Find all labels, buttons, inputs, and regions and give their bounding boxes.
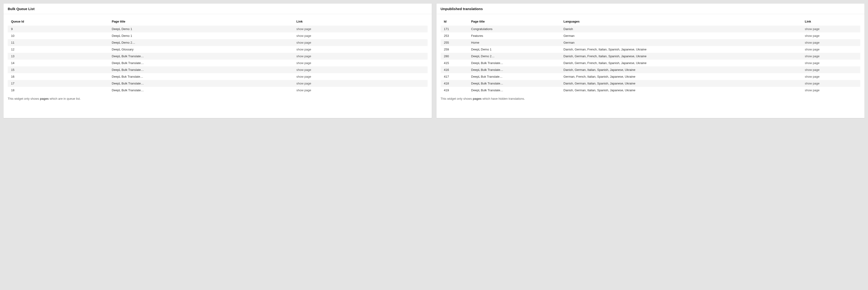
table-row: 171CongratulationsDanishshow page — [441, 26, 861, 32]
show-page-link[interactable]: show page — [805, 41, 819, 45]
bulk-queue-widget: Bulk Queue List Queue Id Page title Link… — [3, 3, 432, 118]
cell-page-title: Home — [468, 39, 560, 46]
footer-text: which are in queue list. — [49, 97, 81, 100]
cell-languages: Danish, German, French, Italian, Spanish… — [560, 53, 802, 60]
cell-queue-id: 13 — [8, 53, 108, 60]
cell-queue-id: 11 — [8, 39, 108, 46]
show-page-link[interactable]: show page — [297, 88, 311, 92]
cell-page-title: DeepL Demo 2… — [468, 53, 560, 60]
cell-id: 255 — [441, 39, 468, 46]
cell-languages: German — [560, 39, 802, 46]
col-header-link: Link — [801, 17, 860, 26]
show-page-link[interactable]: show page — [297, 27, 311, 31]
cell-queue-id: 16 — [8, 73, 108, 80]
cell-queue-id: 12 — [8, 46, 108, 53]
footer-bold: pages — [473, 97, 482, 100]
bulk-queue-body: Queue Id Page title Link 9DeepL Demo 1sh… — [3, 14, 432, 118]
cell-page-title: DeepL Bulk Translate… — [108, 66, 293, 73]
show-page-link[interactable]: show page — [297, 68, 311, 71]
cell-id: 417 — [441, 73, 468, 80]
show-page-link[interactable]: show page — [805, 75, 819, 78]
show-page-link[interactable]: show page — [805, 54, 819, 58]
cell-id: 253 — [441, 32, 468, 39]
bulk-queue-table: Queue Id Page title Link 9DeepL Demo 1sh… — [8, 17, 428, 94]
show-page-link[interactable]: show page — [805, 48, 819, 51]
show-page-link[interactable]: show page — [297, 54, 311, 58]
cell-page-title: DeepL Demo 1 — [108, 32, 293, 39]
show-page-link[interactable]: show page — [297, 41, 311, 45]
footer-bold: pages — [40, 97, 49, 100]
unpublished-title: Unpublished translations — [436, 3, 865, 14]
show-page-link[interactable]: show page — [805, 68, 819, 71]
cell-queue-id: 10 — [8, 32, 108, 39]
cell-page-title: DeepL Bulk Translate… — [468, 80, 560, 87]
cell-page-title: DeepL Bulk Translate… — [108, 60, 293, 66]
col-header-page-title: Page title — [108, 17, 293, 26]
table-row: 416DeepL Bulk Translate…Danish, German, … — [441, 66, 861, 73]
table-row: 280DeepL Demo 2…Danish, German, French, … — [441, 53, 861, 60]
col-header-languages: Languages — [560, 17, 802, 26]
cell-id: 416 — [441, 66, 468, 73]
show-page-link[interactable]: show page — [805, 88, 819, 92]
cell-languages: Danish, German, Italian, Spanish, Japane… — [560, 87, 802, 94]
unpublished-footer: This widget only shows pages which have … — [441, 97, 861, 100]
table-row: 417DeepL Buk Translate…German, French, I… — [441, 73, 861, 80]
cell-page-title: DeepL Bulk Translate… — [468, 60, 560, 66]
unpublished-table: Id Page title Languages Link 171Congratu… — [441, 17, 861, 94]
cell-languages: German — [560, 32, 802, 39]
bulk-queue-footer: This widget only shows pages which are i… — [8, 97, 428, 100]
cell-page-title: DeepL Buk Translate… — [108, 73, 293, 80]
table-row: 16DeepL Buk Translate…show page — [8, 73, 428, 80]
cell-id: 171 — [441, 26, 468, 32]
show-page-link[interactable]: show page — [805, 34, 819, 37]
table-row: 13DeepL Bulk Translate…show page — [8, 53, 428, 60]
table-row: 10DeepL Demo 1show page — [8, 32, 428, 39]
cell-queue-id: 15 — [8, 66, 108, 73]
show-page-link[interactable]: show page — [297, 61, 311, 65]
table-row: 253FeaturesGermanshow page — [441, 32, 861, 39]
cell-id: 419 — [441, 87, 468, 94]
unpublished-widget: Unpublished translations Id Page title L… — [436, 3, 865, 118]
cell-queue-id: 17 — [8, 80, 108, 87]
cell-page-title: DeepL Bulk Translate… — [108, 80, 293, 87]
cell-page-title: DeepL Bulk Translate… — [468, 66, 560, 73]
cell-queue-id: 14 — [8, 60, 108, 66]
show-page-link[interactable]: show page — [805, 82, 819, 85]
table-row: 12DeepL Glossaryshow page — [8, 46, 428, 53]
table-row: 419DeepL Bulk Translate…Danish, German, … — [441, 87, 861, 94]
show-page-link[interactable]: show page — [805, 61, 819, 65]
show-page-link[interactable]: show page — [805, 27, 819, 31]
footer-text: This widget only shows — [8, 97, 40, 100]
table-row: 18DeepL Bulk Translate…show page — [8, 87, 428, 94]
show-page-link[interactable]: show page — [297, 82, 311, 85]
cell-languages: German, French, Italian, Spanish, Japane… — [560, 73, 802, 80]
show-page-link[interactable]: show page — [297, 34, 311, 37]
cell-page-title: DeepL Bulk Translate… — [108, 87, 293, 94]
table-row: 255HomeGermanshow page — [441, 39, 861, 46]
cell-page-title: DeepL Glossary — [108, 46, 293, 53]
unpublished-body: Id Page title Languages Link 171Congratu… — [436, 14, 865, 118]
cell-page-title: Features — [468, 32, 560, 39]
cell-languages: Danish, German, French, Italian, Spanish… — [560, 60, 802, 66]
cell-page-title: DeepL Bulk Translate… — [468, 87, 560, 94]
table-row: 14DeepL Bulk Translate…show page — [8, 60, 428, 66]
cell-languages: Danish, German, Italian, Spanish, Japane… — [560, 66, 802, 73]
table-row: 259DeepL Demo 1Danish, German, French, I… — [441, 46, 861, 53]
footer-text: which have hidden translations. — [482, 97, 525, 100]
table-row: 415DeepL Bulk Translate…Danish, German, … — [441, 60, 861, 66]
cell-id: 280 — [441, 53, 468, 60]
cell-id: 415 — [441, 60, 468, 66]
show-page-link[interactable]: show page — [297, 48, 311, 51]
cell-page-title: Congratulations — [468, 26, 560, 32]
cell-page-title: DeepL Demo 1 — [468, 46, 560, 53]
col-header-page-title: Page title — [468, 17, 560, 26]
cell-languages: Danish, German, French, Italian, Spanish… — [560, 46, 802, 53]
cell-languages: Danish — [560, 26, 802, 32]
footer-text: This widget only shows — [441, 97, 473, 100]
dashboard-widgets: Bulk Queue List Queue Id Page title Link… — [3, 3, 865, 118]
cell-page-title: DeepL Demo 2… — [108, 39, 293, 46]
cell-languages: Danish, German, Italian, Spanish, Japane… — [560, 80, 802, 87]
cell-page-title: DeepL Buk Translate… — [468, 73, 560, 80]
show-page-link[interactable]: show page — [297, 75, 311, 78]
col-header-queue-id: Queue Id — [8, 17, 108, 26]
